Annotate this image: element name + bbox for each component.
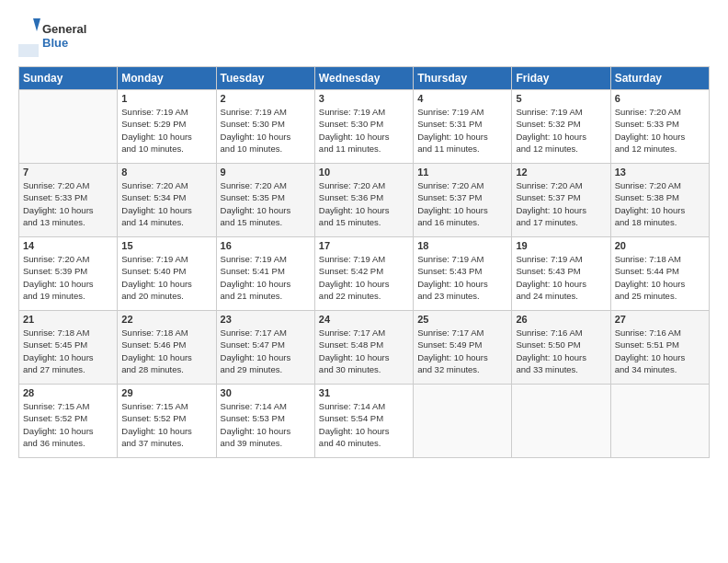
calendar-cell: 6Sunrise: 7:20 AM Sunset: 5:33 PM Daylig… bbox=[610, 90, 709, 164]
day-number: 30 bbox=[221, 387, 311, 398]
calendar-cell bbox=[512, 385, 610, 458]
day-info: Sunrise: 7:19 AM Sunset: 5:31 PM Dayligh… bbox=[417, 106, 507, 155]
day-number: 10 bbox=[319, 167, 409, 178]
calendar-cell: 7Sunrise: 7:20 AM Sunset: 5:33 PM Daylig… bbox=[19, 164, 118, 237]
day-number: 11 bbox=[417, 167, 507, 178]
calendar-cell: 20Sunrise: 7:18 AM Sunset: 5:44 PM Dayli… bbox=[610, 237, 709, 311]
page: General Blue SundayMondayTuesdayWednesda… bbox=[0, 0, 728, 467]
calendar-cell: 21Sunrise: 7:18 AM Sunset: 5:45 PM Dayli… bbox=[19, 311, 118, 385]
day-info: Sunrise: 7:19 AM Sunset: 5:43 PM Dayligh… bbox=[516, 253, 606, 302]
day-number: 17 bbox=[319, 240, 409, 251]
day-info: Sunrise: 7:20 AM Sunset: 5:36 PM Dayligh… bbox=[319, 179, 409, 228]
calendar-cell: 11Sunrise: 7:20 AM Sunset: 5:37 PM Dayli… bbox=[414, 164, 512, 237]
day-number: 18 bbox=[417, 240, 507, 251]
week-row-2: 7Sunrise: 7:20 AM Sunset: 5:33 PM Daylig… bbox=[19, 164, 710, 237]
day-number: 8 bbox=[121, 167, 211, 178]
calendar-cell: 31Sunrise: 7:14 AM Sunset: 5:54 PM Dayli… bbox=[314, 385, 413, 458]
day-number: 26 bbox=[516, 314, 606, 325]
calendar-cell: 4Sunrise: 7:19 AM Sunset: 5:31 PM Daylig… bbox=[414, 90, 512, 164]
weekday-header-saturday: Saturday bbox=[610, 67, 709, 90]
day-number: 16 bbox=[221, 240, 311, 251]
weekday-header-monday: Monday bbox=[118, 67, 216, 90]
logo: General Blue bbox=[18, 17, 92, 57]
svg-text:Blue: Blue bbox=[42, 36, 68, 50]
day-number: 13 bbox=[615, 167, 705, 178]
day-number: 23 bbox=[221, 314, 311, 325]
day-info: Sunrise: 7:19 AM Sunset: 5:43 PM Dayligh… bbox=[417, 253, 507, 302]
day-number: 31 bbox=[319, 387, 409, 398]
day-info: Sunrise: 7:20 AM Sunset: 5:38 PM Dayligh… bbox=[615, 179, 705, 228]
day-number: 1 bbox=[121, 93, 211, 104]
day-info: Sunrise: 7:16 AM Sunset: 5:50 PM Dayligh… bbox=[516, 327, 606, 375]
calendar-cell: 29Sunrise: 7:15 AM Sunset: 5:52 PM Dayli… bbox=[118, 385, 216, 458]
day-info: Sunrise: 7:18 AM Sunset: 5:46 PM Dayligh… bbox=[121, 327, 211, 375]
day-info: Sunrise: 7:17 AM Sunset: 5:47 PM Dayligh… bbox=[221, 327, 311, 375]
day-info: Sunrise: 7:20 AM Sunset: 5:33 PM Dayligh… bbox=[23, 179, 113, 228]
svg-marker-4 bbox=[18, 44, 39, 57]
day-info: Sunrise: 7:15 AM Sunset: 5:52 PM Dayligh… bbox=[121, 400, 211, 449]
calendar-cell: 15Sunrise: 7:19 AM Sunset: 5:40 PM Dayli… bbox=[118, 237, 216, 311]
day-info: Sunrise: 7:17 AM Sunset: 5:49 PM Dayligh… bbox=[417, 327, 507, 375]
calendar-cell: 26Sunrise: 7:16 AM Sunset: 5:50 PM Dayli… bbox=[512, 311, 610, 385]
day-number: 15 bbox=[121, 240, 211, 251]
day-info: Sunrise: 7:19 AM Sunset: 5:32 PM Dayligh… bbox=[516, 106, 606, 155]
day-number: 21 bbox=[23, 314, 113, 325]
weekday-header-thursday: Thursday bbox=[414, 67, 512, 90]
day-info: Sunrise: 7:20 AM Sunset: 5:39 PM Dayligh… bbox=[23, 253, 113, 302]
calendar-cell: 28Sunrise: 7:15 AM Sunset: 5:52 PM Dayli… bbox=[19, 385, 118, 458]
logo-svg: General Blue bbox=[18, 17, 92, 57]
calendar-cell: 3Sunrise: 7:19 AM Sunset: 5:30 PM Daylig… bbox=[314, 90, 413, 164]
calendar-cell: 9Sunrise: 7:20 AM Sunset: 5:35 PM Daylig… bbox=[216, 164, 314, 237]
day-number: 3 bbox=[319, 93, 409, 104]
day-number: 25 bbox=[417, 314, 507, 325]
calendar-cell: 1Sunrise: 7:19 AM Sunset: 5:29 PM Daylig… bbox=[118, 90, 216, 164]
calendar-cell: 10Sunrise: 7:20 AM Sunset: 5:36 PM Dayli… bbox=[314, 164, 413, 237]
day-number: 24 bbox=[319, 314, 409, 325]
calendar-cell bbox=[610, 385, 709, 458]
day-number: 28 bbox=[23, 387, 113, 398]
calendar-cell: 19Sunrise: 7:19 AM Sunset: 5:43 PM Dayli… bbox=[512, 237, 610, 311]
day-info: Sunrise: 7:19 AM Sunset: 5:40 PM Dayligh… bbox=[121, 253, 211, 302]
svg-marker-2 bbox=[33, 18, 40, 31]
calendar-cell: 18Sunrise: 7:19 AM Sunset: 5:43 PM Dayli… bbox=[414, 237, 512, 311]
day-number: 9 bbox=[221, 167, 311, 178]
day-number: 27 bbox=[615, 314, 705, 325]
weekday-header-sunday: Sunday bbox=[19, 67, 118, 90]
day-info: Sunrise: 7:18 AM Sunset: 5:45 PM Dayligh… bbox=[23, 327, 113, 375]
day-info: Sunrise: 7:14 AM Sunset: 5:54 PM Dayligh… bbox=[319, 400, 409, 449]
day-number: 2 bbox=[221, 93, 311, 104]
week-row-1: 1Sunrise: 7:19 AM Sunset: 5:29 PM Daylig… bbox=[19, 90, 710, 164]
day-info: Sunrise: 7:20 AM Sunset: 5:33 PM Dayligh… bbox=[615, 106, 705, 155]
calendar-cell: 12Sunrise: 7:20 AM Sunset: 5:37 PM Dayli… bbox=[512, 164, 610, 237]
day-info: Sunrise: 7:20 AM Sunset: 5:37 PM Dayligh… bbox=[516, 179, 606, 228]
calendar-cell bbox=[19, 90, 118, 164]
weekday-header-friday: Friday bbox=[512, 67, 610, 90]
day-number: 19 bbox=[516, 240, 606, 251]
weekday-header-row: SundayMondayTuesdayWednesdayThursdayFrid… bbox=[19, 67, 710, 90]
calendar-cell: 8Sunrise: 7:20 AM Sunset: 5:34 PM Daylig… bbox=[118, 164, 216, 237]
weekday-header-tuesday: Tuesday bbox=[216, 67, 314, 90]
day-number: 14 bbox=[23, 240, 113, 251]
week-row-4: 21Sunrise: 7:18 AM Sunset: 5:45 PM Dayli… bbox=[19, 311, 710, 385]
calendar-cell: 16Sunrise: 7:19 AM Sunset: 5:41 PM Dayli… bbox=[216, 237, 314, 311]
week-row-3: 14Sunrise: 7:20 AM Sunset: 5:39 PM Dayli… bbox=[19, 237, 710, 311]
calendar-cell: 23Sunrise: 7:17 AM Sunset: 5:47 PM Dayli… bbox=[216, 311, 314, 385]
day-info: Sunrise: 7:20 AM Sunset: 5:34 PM Dayligh… bbox=[121, 179, 211, 228]
day-number: 4 bbox=[417, 93, 507, 104]
week-row-5: 28Sunrise: 7:15 AM Sunset: 5:52 PM Dayli… bbox=[19, 385, 710, 458]
calendar-cell: 24Sunrise: 7:17 AM Sunset: 5:48 PM Dayli… bbox=[314, 311, 413, 385]
calendar-cell: 17Sunrise: 7:19 AM Sunset: 5:42 PM Dayli… bbox=[314, 237, 413, 311]
day-info: Sunrise: 7:19 AM Sunset: 5:41 PM Dayligh… bbox=[221, 253, 311, 302]
day-info: Sunrise: 7:20 AM Sunset: 5:37 PM Dayligh… bbox=[417, 179, 507, 228]
day-info: Sunrise: 7:19 AM Sunset: 5:42 PM Dayligh… bbox=[319, 253, 409, 302]
day-number: 7 bbox=[23, 167, 113, 178]
calendar-cell: 27Sunrise: 7:16 AM Sunset: 5:51 PM Dayli… bbox=[610, 311, 709, 385]
day-info: Sunrise: 7:19 AM Sunset: 5:30 PM Dayligh… bbox=[319, 106, 409, 155]
day-number: 20 bbox=[615, 240, 705, 251]
day-info: Sunrise: 7:20 AM Sunset: 5:35 PM Dayligh… bbox=[221, 179, 311, 228]
calendar-cell: 5Sunrise: 7:19 AM Sunset: 5:32 PM Daylig… bbox=[512, 90, 610, 164]
calendar-cell bbox=[414, 385, 512, 458]
svg-text:General: General bbox=[42, 22, 86, 36]
day-info: Sunrise: 7:14 AM Sunset: 5:53 PM Dayligh… bbox=[221, 400, 311, 449]
day-number: 29 bbox=[121, 387, 211, 398]
